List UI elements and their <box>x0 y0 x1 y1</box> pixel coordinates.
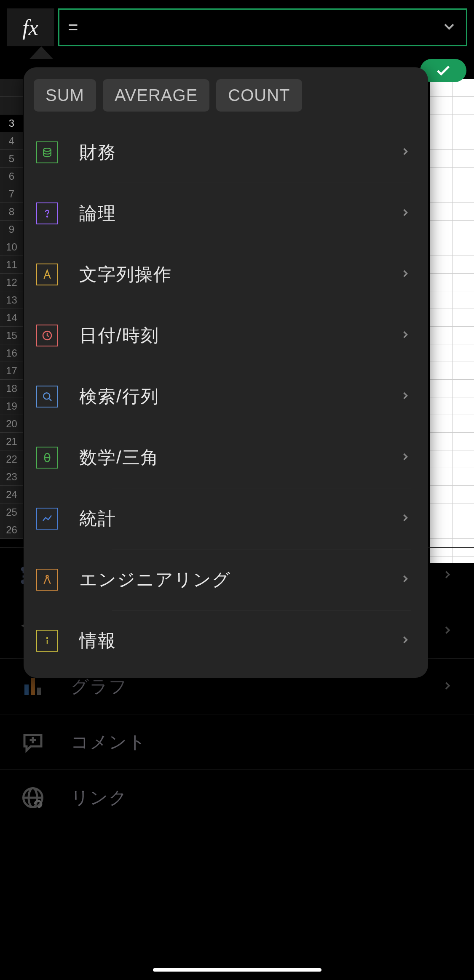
category-text[interactable]: 文字列操作 <box>24 244 428 305</box>
row-header[interactable]: 15 <box>0 327 23 344</box>
svg-point-0 <box>43 148 51 152</box>
row-header[interactable]: 19 <box>0 397 23 415</box>
coins-icon <box>36 141 58 163</box>
row-header[interactable]: 16 <box>0 344 23 362</box>
category-datetime[interactable]: 日付/時刻 <box>24 305 428 366</box>
row-header[interactable]: 18 <box>0 380 23 397</box>
insert-item-link[interactable]: リンク <box>0 770 474 825</box>
insert-item-label: コメント <box>71 730 454 754</box>
svg-line-4 <box>49 399 51 401</box>
formula-bar: fx = <box>0 0 474 46</box>
shortcut-sum[interactable]: SUM <box>34 79 96 112</box>
svg-rect-17 <box>37 687 41 695</box>
chevron-right-icon <box>441 679 454 694</box>
row-header[interactable]: 9 <box>0 221 23 238</box>
category-statistical[interactable]: 統計 <box>24 488 428 549</box>
svg-point-7 <box>46 575 48 578</box>
compass-icon <box>36 569 58 591</box>
function-category-popup: SUM AVERAGE COUNT 財務 論理 文字列操作 <box>24 67 428 678</box>
search-icon <box>36 386 58 407</box>
formula-input[interactable]: = <box>58 8 467 46</box>
row-header[interactable]: 3 <box>0 115 23 132</box>
row-header[interactable]: 14 <box>0 309 23 327</box>
category-engineering[interactable]: エンジニアリング <box>24 549 428 610</box>
category-label: 文字列操作 <box>79 263 399 286</box>
row-header[interactable]: 4 <box>0 132 23 150</box>
row-header[interactable]: 12 <box>0 274 23 291</box>
svg-point-1 <box>47 216 48 217</box>
row-header[interactable]: 20 <box>0 415 23 433</box>
link-icon <box>20 785 46 810</box>
row-header[interactable]: 17 <box>0 362 23 380</box>
svg-rect-16 <box>31 678 35 695</box>
chevron-down-icon[interactable] <box>441 18 458 37</box>
chevron-right-icon <box>441 568 454 583</box>
category-label: 数学/三角 <box>79 446 399 469</box>
row-header[interactable]: 22 <box>0 450 23 468</box>
chevron-right-icon <box>399 390 411 403</box>
row-header[interactable]: 6 <box>0 168 23 185</box>
category-label: 検索/行列 <box>79 385 399 408</box>
category-label: 統計 <box>79 507 399 530</box>
shortcut-row: SUM AVERAGE COUNT <box>24 67 428 122</box>
chevron-right-icon <box>399 451 411 464</box>
row-header[interactable]: 24 <box>0 486 23 503</box>
category-label: エンジニアリング <box>79 568 399 591</box>
row-header[interactable]: 8 <box>0 203 23 221</box>
comment-icon <box>20 730 46 755</box>
category-label: 日付/時刻 <box>79 324 399 347</box>
home-indicator[interactable] <box>153 968 321 972</box>
chevron-right-icon <box>399 146 411 159</box>
category-financial[interactable]: 財務 <box>24 122 428 183</box>
category-label: 財務 <box>79 141 399 164</box>
category-information[interactable]: 情報 <box>24 610 428 671</box>
fx-label: fx <box>22 15 38 40</box>
category-label: 情報 <box>79 629 399 652</box>
svg-point-8 <box>47 637 48 638</box>
insert-item-label: リンク <box>71 786 454 810</box>
chart-line-icon <box>36 508 58 530</box>
row-header[interactable]: 26 <box>0 521 23 539</box>
shortcut-average[interactable]: AVERAGE <box>103 79 209 112</box>
chevron-right-icon <box>399 207 411 220</box>
formula-value: = <box>68 17 78 37</box>
clock-icon <box>36 325 58 346</box>
chevron-right-icon <box>399 329 411 342</box>
question-icon <box>36 202 58 224</box>
shortcut-count[interactable]: COUNT <box>216 79 302 112</box>
row-header[interactable]: 23 <box>0 468 23 486</box>
column-divider <box>452 79 453 563</box>
info-icon <box>36 630 58 652</box>
row-header[interactable]: 10 <box>0 238 23 256</box>
theta-icon <box>36 447 58 469</box>
fx-button[interactable]: fx <box>7 8 54 46</box>
letter-a-icon <box>36 264 58 285</box>
svg-point-3 <box>43 393 50 399</box>
row-header[interactable]: 5 <box>0 150 23 168</box>
category-label: 論理 <box>79 202 399 225</box>
row-header[interactable]: 21 <box>0 433 23 450</box>
chevron-right-icon <box>399 512 411 525</box>
row-header[interactable]: 25 <box>0 503 23 521</box>
chevron-right-icon <box>399 573 411 586</box>
chevron-right-icon <box>399 268 411 281</box>
row-header[interactable] <box>0 79 23 97</box>
category-list: 財務 論理 文字列操作 日付/時刻 <box>24 122 428 671</box>
row-headers: 3 4 5 6 7 8 9 10 11 12 13 14 15 16 17 18… <box>0 79 23 539</box>
category-lookup[interactable]: 検索/行列 <box>24 366 428 427</box>
chevron-right-icon <box>441 624 454 638</box>
chevron-right-icon <box>399 634 411 647</box>
category-math[interactable]: 数学/三角 <box>24 427 428 488</box>
svg-rect-15 <box>24 684 29 695</box>
popup-pointer <box>29 46 53 59</box>
insert-item-label: グラフ <box>71 675 441 698</box>
insert-item-comment[interactable]: コメント <box>0 714 474 770</box>
row-header[interactable]: 13 <box>0 291 23 309</box>
category-logical[interactable]: 論理 <box>24 183 428 244</box>
row-header[interactable] <box>0 97 23 115</box>
row-header[interactable]: 7 <box>0 185 23 203</box>
row-header[interactable]: 11 <box>0 256 23 274</box>
